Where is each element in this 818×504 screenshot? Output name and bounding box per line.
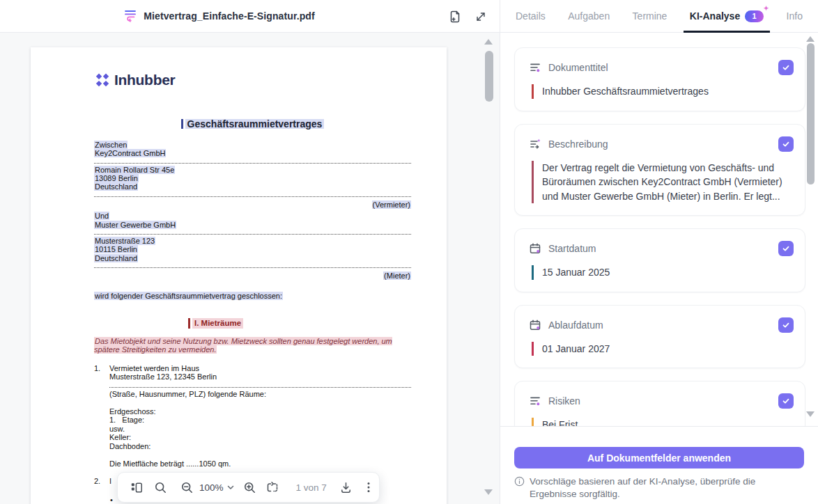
doc-line: 13089 Berlin: [94, 174, 411, 182]
card-checkbox[interactable]: [778, 241, 794, 256]
doc-line: Deutschland: [94, 254, 411, 262]
tab-termine[interactable]: Termine: [633, 0, 667, 32]
scroll-up-arrow[interactable]: [806, 36, 815, 42]
doc-list-number: 1.: [94, 364, 109, 381]
more-options-icon[interactable]: [362, 480, 376, 494]
file-title: Mietvertrag_Einfache-E-Signatur.pdf: [144, 10, 314, 22]
card-label: Risiken: [548, 395, 580, 407]
card-label: Dokumenttitel: [548, 62, 608, 73]
card-startdatum: Startdatum 15 Januar 2025: [514, 228, 805, 292]
doc-room-line: 1. Etage:: [109, 416, 411, 424]
card-value: Der Vertrag regelt die Vermietung von Ge…: [532, 161, 794, 204]
doc-line: Deutschland: [94, 182, 411, 191]
zoom-level-dropdown[interactable]: 100%: [199, 482, 235, 493]
zoom-out-icon[interactable]: [180, 480, 194, 494]
doc-section-note: Das Mietobjekt und seine Nutzung bzw. Mi…: [94, 337, 411, 354]
dotted-fill-line: [94, 196, 411, 197]
doc-room-line: Dachboden:: [109, 442, 411, 450]
card-value: Inhubber Geschäftsraummietvertrages: [532, 84, 794, 99]
card-value: Bei Frist…: [532, 418, 794, 427]
doc-list-item-1: 1. Vermietet werden im Haus Musterstraße…: [94, 364, 411, 381]
scrollbar-thumb[interactable]: [807, 43, 815, 184]
doc-line: Key2Contract GmbH: [94, 149, 411, 157]
pdf-page: Inhubber Geschäftsraummietvertrages Zwis…: [31, 47, 447, 504]
page-indicator: 1 von 7: [296, 482, 327, 493]
apply-to-fields-button[interactable]: Auf Dokumentfelder anwenden: [514, 447, 804, 468]
doc-area-line: Die Mietfläche beträgt ......1050 qm.: [109, 459, 411, 468]
scroll-up-arrow[interactable]: [484, 39, 493, 45]
doc-list-number: 2.: [94, 477, 109, 485]
pdf-viewer: Inhubber Geschäftsraummietvertrages Zwis…: [0, 33, 500, 504]
doc-title: Geschäftsraummietvertrages: [185, 119, 325, 129]
card-ablaufdatum: Ablaufdatum 01 Januar 2027: [514, 305, 805, 369]
scrollbar-thumb[interactable]: [485, 51, 493, 102]
zoom-in-icon[interactable]: [243, 480, 257, 494]
file-title-wrap: Mietvertrag_Einfache-E-Signatur.pdf: [123, 8, 314, 25]
ki-analyse-count-badge: 1 ✦: [745, 10, 764, 22]
text-lines-icon: [529, 61, 541, 74]
doc-list-text: Vermietet werden im Haus Musterstraße 12…: [109, 364, 217, 381]
annotation-bar: [181, 119, 183, 129]
tab-info[interactable]: Info: [787, 0, 803, 32]
card-checkbox[interactable]: [778, 317, 794, 333]
doc-intro-line: wird folgender Geschäftsraummietvertrag …: [94, 292, 411, 300]
doc-line: 10115 Berlin: [94, 245, 411, 253]
doc-line: Romain Rollard Str 45e: [94, 166, 411, 174]
doc-room-line: usw.: [109, 425, 411, 433]
check-icon: [782, 63, 790, 72]
dotted-fill-line: [94, 267, 411, 268]
add-document-icon[interactable]: [447, 9, 463, 24]
dotted-fill-line: [94, 163, 411, 164]
inhubber-logo-icon: [94, 72, 111, 88]
doc-line: Und: [94, 212, 411, 220]
pdf-toolbar: 100% 1 von 7: [117, 472, 380, 503]
card-label: Startdatum: [548, 243, 596, 254]
calendar-icon: [529, 319, 541, 331]
doc-line: Zwischen: [94, 141, 411, 149]
expand-icon[interactable]: [473, 9, 488, 24]
card-checkbox[interactable]: [778, 393, 794, 409]
chevron-down-icon: [226, 483, 235, 491]
card-label: Ablaufdatum: [548, 320, 603, 331]
download-icon[interactable]: [339, 480, 353, 494]
check-icon: [782, 321, 790, 329]
badge-count: 1: [753, 12, 757, 20]
doc-section-heading: I. Mieträume: [192, 318, 243, 328]
card-checkbox[interactable]: [778, 60, 794, 75]
sparkle-icon: ✦: [764, 6, 769, 12]
app-window: Mietvertrag_Einfache-E-Signatur.pdf Deta…: [0, 0, 818, 504]
doc-room-line: Keller:: [109, 433, 411, 441]
check-icon: [782, 397, 790, 405]
doc-list-text: I: [109, 477, 111, 485]
page-view-icon[interactable]: [265, 480, 279, 494]
search-icon[interactable]: [153, 480, 167, 494]
doc-room-line: Erdgeschoss:: [109, 407, 411, 416]
card-risiken: Risiken Bei Frist…: [514, 381, 805, 427]
panel-bottom: Auf Dokumentfelder anwenden Vorschläge b…: [500, 427, 818, 504]
file-versions-icon: [123, 8, 137, 25]
inhubber-logo-text: Inhubber: [114, 76, 175, 84]
scroll-down-arrow[interactable]: [484, 489, 493, 495]
list-edit-icon: [529, 138, 541, 150]
check-icon: [782, 244, 790, 253]
text-lines-icon: [529, 395, 541, 407]
tab-ki-analyse[interactable]: KI-Analyse 1 ✦: [690, 0, 764, 32]
card-value: 01 Januar 2027: [532, 342, 794, 356]
scroll-down-arrow[interactable]: [806, 411, 815, 417]
check-icon: [782, 140, 790, 148]
dotted-fill-line: [94, 234, 411, 235]
doc-role-line: (Vermieter): [94, 200, 411, 209]
annotation-bar: [188, 318, 190, 328]
card-value: 15 Januar 2025: [532, 265, 794, 280]
tab-details[interactable]: Details: [516, 0, 546, 32]
card-checkbox[interactable]: [778, 136, 794, 152]
tab-aufgaben[interactable]: Aufgaben: [568, 0, 610, 32]
ki-analyse-panel: Dokumenttitel Inhubber Geschäftsraummiet…: [500, 33, 818, 427]
doc-line: (Straße, Hausnummer, PLZ) folgende Räume…: [109, 390, 411, 398]
pdf-document-content: Inhubber Geschäftsraummietvertrages Zwis…: [94, 47, 411, 504]
calendar-icon: [529, 242, 541, 255]
dotted-fill-line: [109, 387, 411, 388]
thumbnails-icon[interactable]: [130, 480, 144, 494]
doc-title-row: Geschäftsraummietvertrages: [94, 119, 411, 131]
tabbar: Details Aufgaben Termine KI-Analyse 1 ✦ …: [500, 0, 818, 33]
